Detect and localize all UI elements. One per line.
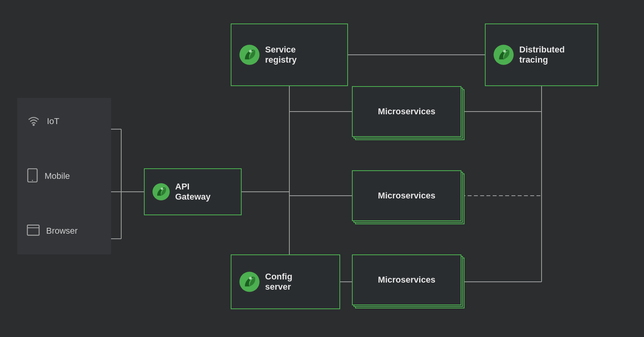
mobile-icon (27, 168, 38, 184)
browser-icon (27, 223, 40, 238)
svg-point-26 (503, 50, 506, 52)
microservices-bot-label: Microservices (378, 275, 436, 285)
distributed-tracing-label: Distributed tracing (519, 45, 565, 65)
service-registry-box: Service registry (231, 23, 348, 86)
svg-point-28 (249, 277, 252, 279)
browser-client: Browser (17, 215, 111, 247)
microservices-top-box: Microservices (352, 86, 461, 137)
service-registry-leaf-icon (239, 44, 260, 66)
iot-client: IoT (17, 106, 111, 137)
config-server-leaf-icon (239, 271, 260, 293)
svg-point-25 (493, 45, 513, 65)
microservices-mid-box: Microservices (352, 170, 461, 221)
api-gateway-label: APIGateway (175, 182, 211, 202)
svg-point-21 (152, 183, 170, 200)
diagram-container: IoT Mobile Browser APIGateway (0, 0, 644, 337)
microservices-bot-box: Microservices (352, 254, 461, 305)
svg-point-18 (32, 180, 33, 181)
microservices-mid-main: Microservices (352, 170, 461, 221)
distributed-tracing-box: Distributed tracing (485, 23, 598, 86)
microservices-top-label: Microservices (378, 106, 436, 117)
microservices-mid-label: Microservices (378, 191, 436, 201)
svg-point-16 (33, 124, 34, 125)
api-gateway-box: APIGateway (144, 168, 242, 215)
microservices-top-main: Microservices (352, 86, 461, 137)
svg-point-22 (161, 187, 163, 190)
svg-point-23 (239, 45, 259, 65)
mobile-label: Mobile (45, 171, 70, 181)
service-registry-label: Service registry (265, 45, 297, 65)
browser-label: Browser (46, 226, 78, 236)
microservices-bot-main: Microservices (352, 254, 461, 305)
iot-icon (27, 113, 41, 130)
mobile-client: Mobile (17, 160, 111, 192)
iot-label: IoT (47, 116, 59, 126)
distributed-tracing-leaf-icon (493, 44, 515, 66)
svg-point-24 (249, 50, 252, 52)
api-gateway-leaf-icon (152, 182, 170, 201)
svg-point-27 (239, 272, 259, 292)
svg-rect-19 (27, 225, 39, 235)
config-server-label: Config server (265, 272, 292, 292)
config-server-box: Config server (231, 254, 340, 309)
